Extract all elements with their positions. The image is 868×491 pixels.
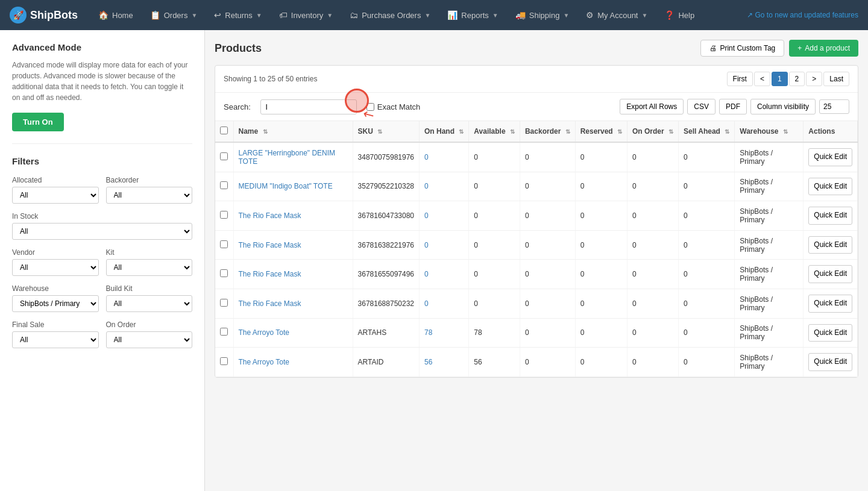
page-prev-button[interactable]: <	[754, 72, 770, 86]
column-visibility-button[interactable]: Column visibility	[750, 99, 816, 114]
nav-item-my-account[interactable]: ⚙My Account▼	[577, 0, 656, 30]
page-last-button[interactable]: Last	[823, 72, 849, 86]
print-custom-tag-button[interactable]: 🖨 Print Custom Tag	[700, 40, 784, 57]
row-sell-ahead-7: 0	[679, 348, 735, 377]
row-sell-ahead-5: 0	[679, 289, 735, 318]
quick-edit-button-6[interactable]: Quick Edit	[808, 324, 852, 342]
product-link-2[interactable]: The Rio Face Mask	[239, 211, 301, 220]
sort-available-icon: ⇅	[510, 128, 515, 135]
row-sell-ahead-3: 0	[679, 230, 735, 260]
add-product-label: Add a product	[805, 44, 850, 52]
pdf-button[interactable]: PDF	[719, 99, 747, 114]
sort-backorder-icon: ⇅	[565, 128, 570, 135]
product-link-3[interactable]: The Rio Face Mask	[239, 241, 301, 249]
filter-group-left-3: Warehouse ShipBots / PrimaryAll	[12, 284, 99, 312]
search-input[interactable]	[260, 99, 357, 114]
product-link-6[interactable]: The Arroyo Tote	[239, 328, 290, 337]
product-link-0[interactable]: LARGE "Herringbone" DENIM TOTE	[239, 149, 336, 166]
csv-button[interactable]: CSV	[687, 99, 715, 114]
products-title: Products	[215, 42, 262, 55]
banner-link[interactable]: ↗ Go to new and updated features	[747, 11, 858, 19]
quick-edit-button-2[interactable]: Quick Edit	[808, 207, 852, 225]
brand-logo[interactable]: 🚀 ShipBots	[10, 7, 78, 23]
select-all-checkbox[interactable]	[220, 127, 228, 134]
page-next-button[interactable]: >	[806, 72, 822, 86]
filter-select-in-stock[interactable]: All	[12, 223, 192, 240]
row-reserved-0: 0	[575, 142, 627, 172]
filter-select-kit[interactable]: All	[106, 259, 193, 276]
row-check-2[interactable]	[220, 211, 228, 219]
row-sku-2: 36781604733080	[353, 201, 419, 231]
nav-item-purchase-orders[interactable]: 🗂Purchase Orders▼	[341, 0, 439, 30]
row-available-6: 78	[469, 318, 520, 348]
export-all-rows-button[interactable]: Export All Rows	[620, 99, 684, 114]
nav-item-orders[interactable]: 📋Orders▼	[142, 0, 206, 30]
nav-item-home[interactable]: 🏠Home	[90, 0, 142, 30]
exact-match-label[interactable]: Exact Match	[366, 102, 421, 111]
banner-text: Go to new and updated features	[755, 11, 858, 19]
row-check-7[interactable]	[220, 357, 228, 365]
filter-select-allocated[interactable]: All	[12, 187, 99, 204]
filter-label-Build Kit: Build Kit	[106, 284, 193, 293]
per-page-input[interactable]	[819, 99, 849, 114]
exact-match-checkbox[interactable]	[366, 103, 374, 111]
row-sell-ahead-2: 0	[679, 201, 735, 231]
product-link-5[interactable]: The Rio Face Mask	[239, 299, 301, 308]
row-check-1[interactable]	[220, 181, 228, 189]
col-sell-ahead: Sell Ahead ⇅	[679, 121, 735, 142]
product-link-4[interactable]: The Rio Face Mask	[239, 270, 301, 278]
quick-edit-button-1[interactable]: Quick Edit	[808, 178, 852, 196]
filter-select-backorder[interactable]: All	[106, 187, 193, 204]
quick-edit-button-4[interactable]: Quick Edit	[808, 265, 852, 283]
product-link-7[interactable]: The Arroyo Tote	[239, 358, 290, 366]
col-on-order: On Order ⇅	[627, 121, 679, 142]
nav-item-inventory[interactable]: 🏷Inventory▼	[271, 0, 341, 30]
col-backorder: Backorder ⇅	[520, 121, 575, 142]
quick-edit-button-5[interactable]: Quick Edit	[808, 295, 852, 313]
page-1-button[interactable]: 1	[772, 72, 788, 86]
table-header: Name ⇅ SKU ⇅ On Hand ⇅ Available ⇅ Backo…	[215, 121, 858, 142]
purchase-orders-chevron: ▼	[424, 12, 430, 19]
quick-edit-button-3[interactable]: Quick Edit	[808, 236, 852, 254]
nav-item-reports[interactable]: 📊Reports▼	[439, 0, 506, 30]
row-available-0: 0	[469, 142, 520, 172]
turn-on-button[interactable]: Turn On	[12, 113, 64, 131]
shipping-chevron: ▼	[563, 12, 569, 19]
filter-select-final-sale[interactable]: All	[12, 331, 99, 348]
sort-on-hand-icon: ⇅	[459, 128, 464, 135]
advanced-mode-description: Advanced mode will display more data for…	[12, 60, 192, 103]
row-actions-2: Quick Edit	[804, 201, 858, 231]
row-check-0[interactable]	[220, 152, 228, 160]
add-product-button[interactable]: + Add a product	[789, 40, 858, 57]
filter-label-Warehouse: Warehouse	[12, 284, 99, 293]
col-actions: Actions	[804, 121, 858, 142]
row-check-5[interactable]	[220, 299, 228, 307]
row-check-3[interactable]	[220, 240, 228, 248]
row-sku-0: 34870075981976	[353, 142, 419, 172]
row-actions-3: Quick Edit	[804, 230, 858, 260]
row-checkbox-4	[215, 260, 233, 289]
nav-item-returns[interactable]: ↩Returns▼	[206, 0, 270, 30]
filter-select-on-order[interactable]: All	[106, 331, 193, 348]
row-on-hand-7: 56	[420, 348, 469, 377]
brand-icon: 🚀	[10, 7, 27, 23]
page-2-button[interactable]: 2	[789, 72, 805, 86]
table-row: The Rio Face Mask 36781604733080 0 0 0 0…	[215, 201, 858, 231]
row-on-order-7: 0	[627, 348, 679, 377]
page-first-button[interactable]: First	[727, 72, 753, 86]
row-check-4[interactable]	[220, 269, 228, 277]
row-checkbox-2	[215, 201, 233, 231]
header-checkbox-col	[215, 121, 233, 142]
filter-select-vendor[interactable]: All	[12, 259, 99, 276]
quick-edit-button-7[interactable]: Quick Edit	[808, 353, 852, 371]
filter-select-warehouse[interactable]: ShipBots / PrimaryAll	[12, 295, 99, 312]
row-name-6: The Arroyo Tote	[233, 318, 353, 348]
filter-select-build-kit[interactable]: All	[106, 295, 193, 312]
row-name-5: The Rio Face Mask	[233, 289, 353, 318]
nav-item-help[interactable]: ❓Help	[656, 0, 703, 30]
product-link-1[interactable]: MEDIUM "Indigo Boat" TOTE	[239, 182, 333, 190]
row-check-6[interactable]	[220, 328, 228, 336]
print-tag-label: Print Custom Tag	[720, 44, 775, 52]
quick-edit-button-0[interactable]: Quick Edit	[808, 148, 852, 166]
nav-item-shipping[interactable]: 🚚Shipping▼	[507, 0, 578, 30]
